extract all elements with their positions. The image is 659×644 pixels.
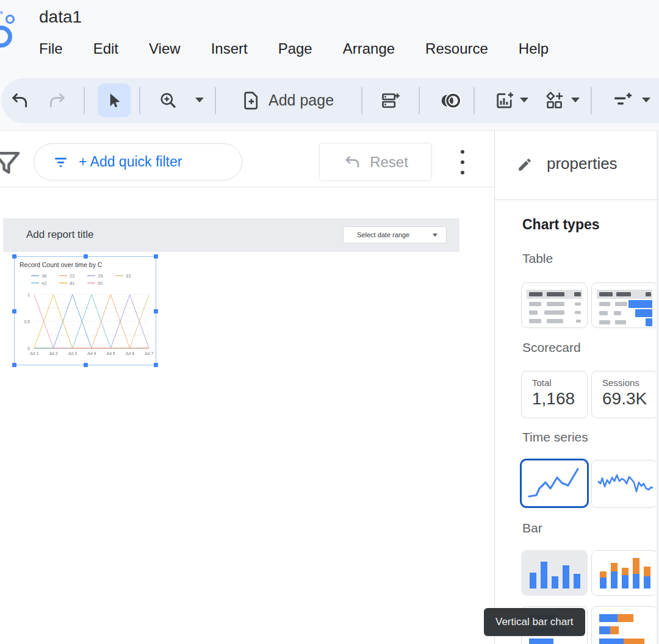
horizontal-stacked-bar-thumbnail-icon — [592, 607, 657, 644]
svg-text:Jul 7: Jul 7 — [145, 351, 154, 356]
scorecard-value: 1,168 — [532, 389, 587, 409]
add-chart-button[interactable] — [491, 87, 517, 115]
menu-insert[interactable]: Insert — [211, 40, 248, 57]
chart-type-sparkline[interactable] — [591, 460, 658, 508]
resize-handle-nw[interactable] — [12, 254, 16, 259]
date-range-label: Select date range — [357, 231, 409, 238]
add-filter-icon — [612, 90, 633, 111]
resize-handle-se[interactable] — [154, 363, 158, 367]
blend-icon — [438, 91, 463, 110]
kebab-dot — [461, 150, 464, 154]
stacked-bar-thumbnail-icon — [592, 551, 657, 595]
svg-text:25: 25 — [98, 273, 103, 279]
date-range-caret-icon — [433, 234, 438, 237]
svg-text:22: 22 — [70, 273, 74, 279]
vertical-bar-chart-tooltip: Vertical bar chart — [484, 608, 585, 636]
time-series-chart[interactable]: Record Count over time by C3622253342815… — [14, 256, 156, 365]
menu-file[interactable]: File — [39, 40, 63, 57]
blend-data-button[interactable] — [434, 87, 466, 115]
kebab-dot — [461, 160, 464, 164]
zoom-in-icon — [159, 91, 178, 110]
svg-text:0.5: 0.5 — [24, 320, 30, 324]
chart-type-scorecard-compact[interactable]: Sessions 69.3K — [591, 371, 658, 418]
add-control-button[interactable] — [541, 87, 567, 115]
report-title-placeholder[interactable]: Add report title — [26, 229, 94, 241]
menu-arrange[interactable]: Arrange — [343, 40, 395, 57]
document-title[interactable]: data1 — [39, 7, 82, 27]
svg-text:Jul 3: Jul 3 — [68, 351, 77, 356]
undo-icon — [10, 91, 29, 110]
reset-undo-icon — [343, 153, 361, 171]
properties-panel-title: properties — [547, 154, 618, 173]
table-bars-thumbnail-icon — [592, 283, 657, 327]
menu-page[interactable]: Page — [278, 40, 312, 57]
svg-text:Jul 1: Jul 1 — [30, 351, 39, 356]
add-page-button[interactable] — [238, 87, 265, 115]
svg-text:0: 0 — [27, 346, 30, 351]
resize-handle-ne[interactable] — [154, 254, 158, 259]
add-control-caret-icon[interactable] — [571, 98, 580, 102]
quick-filter-lines-icon — [52, 154, 69, 170]
time-series-thumbnail-icon — [522, 460, 587, 506]
app-header: data1 File Edit View Insert Page Arrange… — [0, 0, 659, 131]
reset-label: Reset — [370, 154, 408, 171]
report-canvas[interactable]: Add report title Select date range Recor… — [0, 188, 494, 644]
pencil-edit-icon — [517, 157, 533, 173]
redo-button[interactable] — [44, 87, 71, 115]
resize-handle-s[interactable] — [84, 363, 88, 367]
group-label-table: Table — [522, 251, 553, 266]
svg-text:81: 81 — [70, 281, 74, 286]
filter-funnel-icon[interactable] — [0, 147, 23, 180]
chart-type-table[interactable] — [521, 282, 588, 328]
svg-text:Jul 6: Jul 6 — [125, 351, 134, 356]
add-quick-filter-button[interactable]: + Add quick filter — [34, 143, 242, 181]
add-filter-caret-icon[interactable] — [642, 98, 650, 102]
chart-type-scorecard-total[interactable]: Total 1,168 — [521, 371, 588, 418]
chart-type-time-series-selected[interactable] — [520, 459, 589, 508]
zoom-dropdown-caret-icon[interactable] — [195, 98, 204, 102]
chart-type-vertical-bar[interactable] — [521, 550, 588, 596]
table-thumbnail-icon — [522, 283, 587, 327]
svg-text:Jul 5: Jul 5 — [106, 351, 115, 356]
date-range-control[interactable]: Select date range — [343, 226, 447, 243]
undo-button[interactable] — [6, 87, 33, 115]
chart-type-table-with-bars[interactable] — [591, 282, 658, 328]
resize-handle-n[interactable] — [84, 254, 88, 259]
select-tool-button[interactable] — [98, 84, 131, 117]
group-label-bar: Bar — [522, 521, 542, 535]
more-options-button[interactable] — [456, 148, 469, 177]
add-chart-caret-icon[interactable] — [520, 98, 528, 102]
properties-panel-header: properties — [495, 131, 659, 200]
resize-handle-e[interactable] — [154, 309, 158, 313]
svg-text:Record Count over time by C: Record Count over time by C — [20, 261, 103, 268]
sparkline-thumbnail-icon — [592, 460, 657, 507]
menu-bar: File Edit View Insert Page Arrange Resou… — [39, 40, 549, 57]
chart-types-heading: Chart types — [522, 216, 600, 233]
menu-edit[interactable]: Edit — [93, 40, 118, 57]
menu-resource[interactable]: Resource — [425, 40, 488, 57]
add-page-label[interactable]: Add page — [268, 91, 334, 109]
add-control-icon — [544, 90, 564, 111]
menu-help[interactable]: Help — [519, 40, 549, 57]
reset-button[interactable]: Reset — [319, 143, 432, 181]
zoom-tool-button[interactable] — [155, 87, 182, 115]
toolbar-divider — [84, 87, 85, 114]
svg-text:42: 42 — [41, 281, 46, 286]
menu-view[interactable]: View — [149, 40, 181, 57]
add-chart-icon — [494, 90, 514, 111]
toolbar-divider — [139, 87, 140, 114]
chart-type-stacked-bar[interactable] — [591, 550, 658, 596]
toolbar-divider — [361, 87, 362, 114]
group-label-scorecard: Scorecard — [522, 340, 581, 355]
panel-scrollbar[interactable] — [657, 131, 658, 644]
redo-icon — [48, 91, 67, 110]
svg-text:36: 36 — [41, 273, 46, 279]
add-quick-filter-label: + Add quick filter — [79, 154, 182, 170]
add-data-button[interactable] — [377, 87, 404, 115]
vertical-bar-thumbnail-icon — [522, 551, 587, 595]
add-filter-button[interactable] — [609, 87, 636, 115]
resize-handle-w[interactable] — [12, 309, 16, 313]
svg-text:Jul 2: Jul 2 — [49, 351, 58, 356]
chart-type-horizontal-stacked-bar[interactable] — [591, 606, 658, 644]
resize-handle-sw[interactable] — [12, 363, 16, 367]
